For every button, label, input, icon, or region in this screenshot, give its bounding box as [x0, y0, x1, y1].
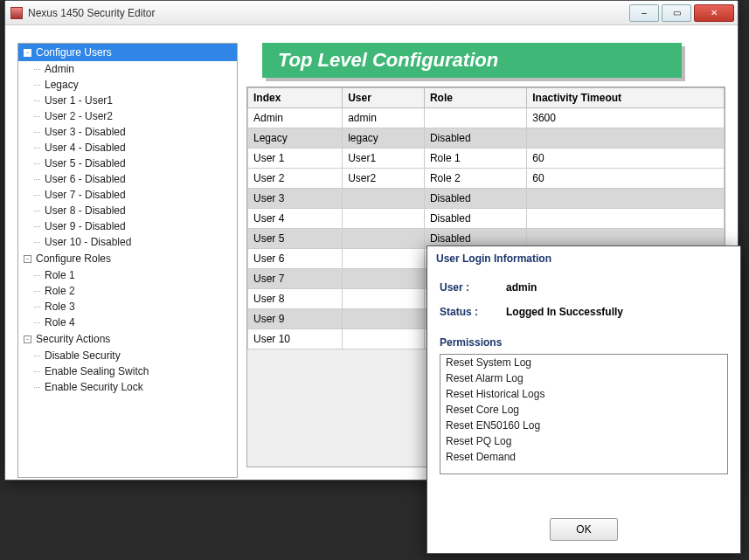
tree-item-user[interactable]: User 8 - Disabled: [18, 203, 237, 218]
table-cell: [527, 209, 725, 229]
table-cell: User 4: [248, 209, 343, 229]
tree-item-user[interactable]: User 9 - Disabled: [18, 218, 237, 234]
tree-group-label: Security Actions: [36, 333, 110, 345]
table-row[interactable]: Adminadmin3600: [248, 108, 725, 128]
table-cell: User 10: [248, 329, 343, 349]
maximize-button[interactable]: ▭: [662, 4, 691, 22]
table-cell: [343, 329, 425, 349]
minimize-button[interactable]: –: [629, 4, 659, 22]
table-cell: User 9: [248, 309, 343, 329]
permission-item[interactable]: Reset EN50160 Log: [440, 418, 727, 433]
status-value: Logged In Successfully: [506, 306, 623, 318]
table-cell: [343, 309, 425, 329]
app-icon: [10, 7, 23, 19]
table-cell: [343, 229, 425, 249]
status-label: Status :: [440, 306, 506, 318]
table-cell: User 2: [248, 169, 343, 189]
table-cell: [527, 128, 725, 149]
permission-item[interactable]: Reset Alarm Log: [440, 370, 727, 386]
user-value: admin: [506, 281, 537, 294]
tree-item-role[interactable]: Role 2: [18, 283, 237, 299]
table-cell: User 6: [248, 249, 343, 269]
table-cell: User1: [343, 149, 425, 169]
table-cell: Role 2: [424, 169, 526, 189]
column-header[interactable]: Index: [248, 88, 343, 108]
table-cell: [343, 289, 425, 309]
table-cell: 60: [527, 149, 725, 169]
table-cell: User 3: [248, 189, 343, 209]
collapse-icon[interactable]: -: [24, 335, 31, 343]
table-row[interactable]: User 1User1Role 160: [248, 149, 725, 169]
tree-item-user[interactable]: User 7 - Disabled: [18, 187, 237, 203]
collapse-icon[interactable]: -: [24, 49, 31, 57]
table-cell: User 7: [248, 269, 343, 289]
close-button[interactable]: ✕: [694, 4, 734, 22]
tree-item-action[interactable]: Disable Security: [18, 348, 237, 363]
login-info-dialog: User Login Information User : admin Stat…: [427, 245, 741, 554]
tree-group-label: Configure Roles: [36, 252, 111, 265]
user-label: User :: [440, 281, 506, 294]
column-header[interactable]: User: [343, 88, 425, 108]
titlebar[interactable]: Nexus 1450 Security Editor – ▭ ✕: [5, 1, 738, 25]
permission-item[interactable]: Reset Historical Logs: [440, 386, 727, 402]
table-cell: [527, 189, 725, 209]
tree-item-user[interactable]: User 6 - Disabled: [18, 171, 237, 187]
nav-tree[interactable]: - Configure Users AdminLegacyUser 1 - Us…: [17, 43, 238, 478]
table-cell: [343, 269, 425, 289]
table-cell: 3600: [527, 108, 725, 128]
tree-group-configure-roles[interactable]: - Configure Roles: [18, 250, 237, 267]
table-cell: legacy: [343, 128, 425, 149]
tree-group-label: Configure Users: [36, 46, 112, 59]
tree-group-configure-users[interactable]: - Configure Users: [18, 44, 237, 61]
tree-item-action[interactable]: Enable Sealing Switch: [18, 363, 237, 379]
table-cell: Admin: [248, 108, 343, 128]
tree-item-role[interactable]: Role 4: [18, 315, 237, 330]
column-header[interactable]: Role: [424, 88, 526, 108]
permissions-label: Permissions: [440, 336, 728, 349]
table-cell: Disabled: [424, 209, 526, 229]
table-cell: Disabled: [424, 189, 526, 209]
permission-item[interactable]: Reset Core Log: [440, 402, 727, 418]
table-cell: Role 1: [424, 149, 526, 169]
tree-item-user[interactable]: User 3 - Disabled: [18, 124, 237, 140]
tree-item-user[interactable]: Admin: [18, 61, 237, 77]
dialog-title: User Login Information: [427, 246, 740, 268]
collapse-icon[interactable]: -: [24, 255, 31, 263]
table-cell: [343, 189, 425, 209]
table-cell: 60: [527, 169, 725, 189]
ok-button[interactable]: OK: [550, 518, 618, 541]
tree-item-role[interactable]: Role 1: [18, 267, 237, 283]
column-header[interactable]: Inactivity Timeout: [527, 88, 725, 108]
table-cell: Legacy: [248, 128, 343, 149]
tree-item-role[interactable]: Role 3: [18, 299, 237, 315]
table-cell: admin: [343, 108, 425, 128]
tree-item-user[interactable]: Legacy: [18, 77, 237, 93]
tree-item-user[interactable]: User 10 - Disabled: [18, 234, 237, 250]
table-cell: [424, 108, 526, 128]
table-cell: User2: [343, 169, 425, 189]
page-title: Top Level Configuration: [262, 43, 682, 78]
tree-item-user[interactable]: User 1 - User1: [18, 93, 237, 108]
permission-item[interactable]: Reset PQ Log: [440, 433, 727, 449]
table-cell: User 8: [248, 289, 343, 309]
table-cell: User 5: [248, 229, 343, 249]
tree-item-action[interactable]: Enable Security Lock: [18, 379, 237, 395]
tree-item-user[interactable]: User 4 - Disabled: [18, 140, 237, 156]
table-cell: Disabled: [424, 128, 526, 149]
permissions-list[interactable]: Reset System LogReset Alarm LogReset His…: [440, 354, 728, 474]
table-cell: User 1: [248, 149, 343, 169]
table-row[interactable]: User 2User2Role 260: [248, 169, 725, 189]
tree-item-user[interactable]: User 5 - Disabled: [18, 156, 237, 171]
table-row[interactable]: LegacylegacyDisabled: [248, 128, 725, 149]
table-cell: [343, 209, 425, 229]
table-row[interactable]: User 4Disabled: [248, 209, 725, 229]
tree-group-security-actions[interactable]: - Security Actions: [18, 330, 237, 348]
table-row[interactable]: User 3Disabled: [248, 189, 725, 209]
permission-item[interactable]: Reset Demand: [440, 449, 727, 465]
window-title: Nexus 1450 Security Editor: [28, 7, 155, 19]
tree-item-user[interactable]: User 2 - User2: [18, 108, 237, 124]
permission-item[interactable]: Reset System Log: [440, 355, 727, 370]
table-cell: [343, 249, 425, 269]
